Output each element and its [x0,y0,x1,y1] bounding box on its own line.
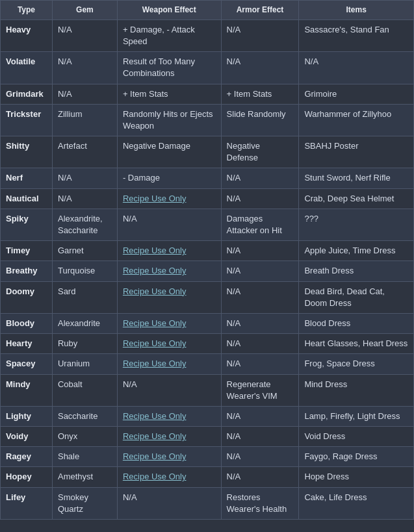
cell-weapon-effect: + Damage, - Attack Speed [117,19,221,51]
cell-armor-effect: N/A [221,354,299,374]
cell-items: Breath Dress [299,261,414,281]
cell-gem: Cobalt [52,374,117,406]
cell-armor-effect: Slide Randomly [221,104,299,136]
cell-armor-effect: Damages Attacker on Hit [221,209,299,240]
cell-items: Heart Glasses, Heart Dress [299,334,414,354]
col-header-gem: Gem [52,1,117,20]
cell-armor-effect: Negative Defense [221,136,299,168]
recipe-use-only-link[interactable]: Recipe Use Only [123,472,187,481]
cell-gem: Ruby [52,334,117,354]
cell-weapon-effect[interactable]: Recipe Use Only [117,406,221,426]
recipe-use-only-link[interactable]: Recipe Use Only [123,246,187,255]
cell-gem: Turquoise [52,261,117,281]
cell-gem: Amethyst [52,467,117,487]
table-row: SpaceyUraniumRecipe Use OnlyN/AFrog, Spa… [1,354,414,374]
table-row: DoomySardRecipe Use OnlyN/ADead Bird, De… [1,281,414,313]
cell-weapon-effect[interactable]: Recipe Use Only [117,447,221,467]
cell-items: Crab, Deep Sea Helmet [299,188,414,209]
cell-type: Hopey [1,467,53,487]
cell-weapon-effect: N/A [117,209,221,240]
cell-gem: Smokey Quartz [52,487,117,519]
cell-weapon-effect[interactable]: Recipe Use Only [117,313,221,333]
table-row: BloodyAlexandriteRecipe Use OnlyN/ABlood… [1,313,414,333]
cell-items: Dead Bird, Dead Cat, Doom Dress [299,281,414,313]
cell-type: Timey [1,241,53,261]
cell-gem: Zillium [52,104,117,136]
cell-armor-effect: N/A [221,19,299,51]
cell-weapon-effect: Result of Too Many Combinations [117,52,221,84]
cell-weapon-effect[interactable]: Recipe Use Only [117,188,221,209]
cell-armor-effect: + Item Stats [221,84,299,104]
cell-weapon-effect[interactable]: Recipe Use Only [117,281,221,313]
cell-armor-effect: N/A [221,261,299,281]
cell-armor-effect: N/A [221,168,299,188]
cell-type: Hearty [1,334,53,354]
cell-armor-effect: N/A [221,427,299,447]
table-row: HeartyRubyRecipe Use OnlyN/AHeart Glasse… [1,334,414,354]
cell-armor-effect: N/A [221,188,299,209]
col-header-weapon: Weapon Effect [117,1,221,20]
enchantment-table: Type Gem Weapon Effect Armor Effect Item… [0,0,414,520]
cell-type: Shitty [1,136,53,168]
table-row: NerfN/A- DamageN/AStunt Sword, Nerf Rifl… [1,168,414,188]
cell-type: Doomy [1,281,53,313]
cell-armor-effect: Regenerate Wearer's VIM [221,374,299,406]
cell-items: Grimoire [299,84,414,104]
cell-items: Blood Dress [299,313,414,333]
cell-items: Hope Dress [299,467,414,487]
table-row: TimeyGarnetRecipe Use OnlyN/AApple Juice… [1,241,414,261]
cell-items: Stunt Sword, Nerf Rifle [299,168,414,188]
table-row: LifeySmokey QuartzN/ARestores Wearer's H… [1,487,414,519]
cell-type: Heavy [1,19,53,51]
cell-gem: Uranium [52,354,117,374]
cell-armor-effect: N/A [221,447,299,467]
cell-weapon-effect[interactable]: Recipe Use Only [117,241,221,261]
recipe-use-only-link[interactable]: Recipe Use Only [123,359,187,368]
col-header-armor: Armor Effect [221,1,299,20]
cell-weapon-effect: Randomly Hits or Ejects Weapon [117,104,221,136]
cell-gem: Saccharite [52,406,117,426]
recipe-use-only-link[interactable]: Recipe Use Only [123,411,187,421]
table-row: RageyShaleRecipe Use OnlyN/AFaygo, Rage … [1,447,414,467]
cell-items: Cake, Life Dress [299,487,414,519]
cell-items: SBAHJ Poster [299,136,414,168]
table-header-row: Type Gem Weapon Effect Armor Effect Item… [1,1,414,20]
table-row: HeavyN/A+ Damage, - Attack SpeedN/ASassa… [1,19,414,51]
cell-type: Voidy [1,427,53,447]
recipe-use-only-link[interactable]: Recipe Use Only [123,286,187,296]
cell-weapon-effect: Negative Damage [117,136,221,168]
cell-gem: Shale [52,447,117,467]
cell-armor-effect: N/A [221,281,299,313]
cell-armor-effect: N/A [221,334,299,354]
cell-items: Faygo, Rage Dress [299,447,414,467]
cell-armor-effect: N/A [221,52,299,84]
table-row: VolatileN/AResult of Too Many Combinatio… [1,52,414,84]
cell-items: ??? [299,209,414,240]
cell-weapon-effect[interactable]: Recipe Use Only [117,261,221,281]
table-row: SpikyAlexandrite, SacchariteN/ADamages A… [1,209,414,240]
recipe-use-only-link[interactable]: Recipe Use Only [123,431,187,441]
cell-weapon-effect[interactable]: Recipe Use Only [117,334,221,354]
recipe-use-only-link[interactable]: Recipe Use Only [123,451,187,461]
recipe-use-only-link[interactable]: Recipe Use Only [123,194,187,203]
col-header-items: Items [299,1,414,20]
cell-weapon-effect[interactable]: Recipe Use Only [117,467,221,487]
cell-type: Lifey [1,487,53,519]
cell-weapon-effect[interactable]: Recipe Use Only [117,354,221,374]
cell-type: Bloody [1,313,53,333]
cell-armor-effect: N/A [221,406,299,426]
cell-armor-effect: N/A [221,241,299,261]
cell-weapon-effect: N/A [117,374,221,406]
cell-gem: N/A [52,52,117,84]
cell-weapon-effect[interactable]: Recipe Use Only [117,427,221,447]
table-row: HopeyAmethystRecipe Use OnlyN/AHope Dres… [1,467,414,487]
recipe-use-only-link[interactable]: Recipe Use Only [123,266,187,275]
table-row: LightySacchariteRecipe Use OnlyN/ALamp, … [1,406,414,426]
cell-type: Mindy [1,374,53,406]
cell-items: Sassacre's, Stand Fan [299,19,414,51]
cell-type: Ragey [1,447,53,467]
cell-items: Apple Juice, Time Dress [299,241,414,261]
cell-type: Volatile [1,52,53,84]
recipe-use-only-link[interactable]: Recipe Use Only [123,318,187,328]
recipe-use-only-link[interactable]: Recipe Use Only [123,338,187,348]
